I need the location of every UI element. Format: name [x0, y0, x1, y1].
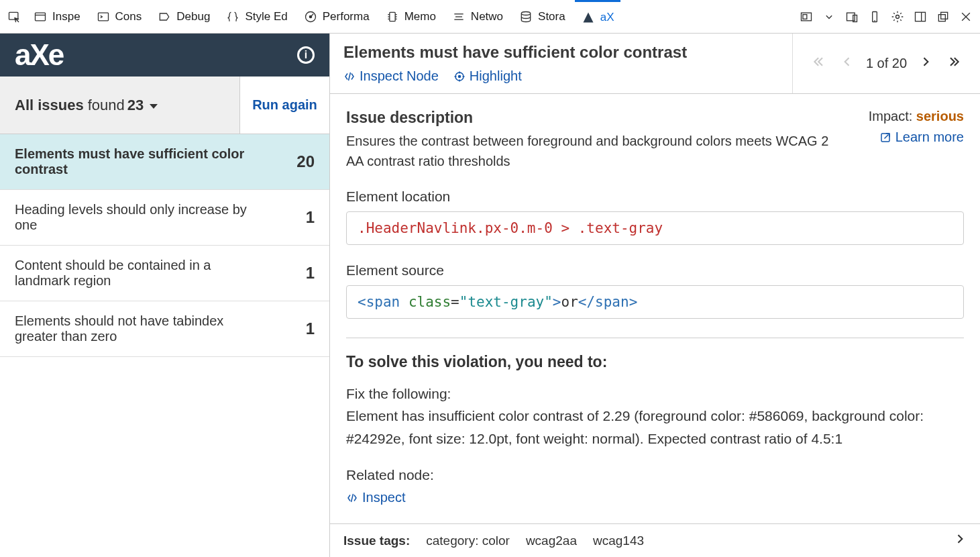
- tab-inspector[interactable]: Inspe: [27, 0, 87, 33]
- related-inspect-link[interactable]: Inspect: [346, 490, 405, 505]
- issue-count: 1: [306, 264, 315, 283]
- issue-item[interactable]: Elements must have sufficient color cont…: [0, 134, 329, 190]
- caret-down-icon: [149, 97, 158, 114]
- svg-rect-7: [389, 12, 394, 21]
- issue-item[interactable]: Content should be contained in a landmar…: [0, 246, 329, 301]
- responsive-icon[interactable]: [842, 7, 862, 27]
- tab-memory[interactable]: Memo: [379, 0, 443, 33]
- svg-point-17: [521, 11, 530, 15]
- all-issues-count: 23: [127, 97, 144, 114]
- tab-performance[interactable]: Performa: [297, 0, 376, 33]
- tab-label: Cons: [115, 10, 142, 23]
- pager-first[interactable]: [810, 52, 828, 74]
- issue-item[interactable]: Elements should not have tabindex greate…: [0, 301, 329, 357]
- issue-label: Elements must have sufficient color cont…: [15, 146, 270, 177]
- issue-label: Content should be contained in a landmar…: [15, 258, 270, 289]
- inspect-node-link[interactable]: Inspect Node: [343, 68, 439, 84]
- pager-text: 1 of 20: [866, 56, 907, 71]
- issue-list: Elements must have sufficient color cont…: [0, 134, 329, 557]
- all-issues-label: All issues: [15, 97, 84, 114]
- learn-more-label: Learn more: [895, 130, 964, 145]
- tab-style-editor[interactable]: Style Ed: [219, 0, 294, 33]
- tab-label: Inspe: [52, 10, 80, 23]
- tab-label: Netwo: [471, 10, 503, 23]
- chevron-down-icon[interactable]: [819, 7, 839, 27]
- related-inspect-label: Inspect: [362, 490, 405, 505]
- fix-text: Element has insufficient color contrast …: [346, 405, 964, 450]
- learn-more-link[interactable]: Learn more: [879, 130, 964, 145]
- tab-label: Memo: [404, 10, 436, 23]
- tags-expand-icon[interactable]: [953, 532, 967, 549]
- axe-header: aXe i: [0, 34, 329, 77]
- element-location-code[interactable]: .HeaderNavlink.px-0.m-0 > .text-gray: [346, 211, 964, 245]
- svg-rect-1: [36, 13, 46, 21]
- svg-rect-25: [916, 12, 926, 21]
- tab-debugger[interactable]: Debug: [151, 0, 217, 33]
- svg-rect-19: [803, 14, 807, 19]
- close-icon[interactable]: [956, 7, 976, 27]
- run-again-label: Run again: [252, 97, 317, 113]
- svg-point-24: [896, 15, 900, 18]
- svg-rect-3: [98, 13, 108, 21]
- tab-console[interactable]: Cons: [90, 0, 149, 33]
- tag: wcag2aa: [526, 534, 577, 548]
- issue-count: 20: [296, 152, 315, 171]
- inspect-node-label: Inspect Node: [360, 68, 439, 84]
- element-location-value: .HeaderNavlink.px-0.m-0 > .text-gray: [358, 220, 663, 236]
- pager-prev[interactable]: [838, 52, 857, 74]
- fix-heading: Fix the following:: [346, 386, 964, 402]
- info-icon[interactable]: i: [297, 46, 315, 64]
- highlight-label: Highlight: [470, 68, 522, 84]
- pager-next[interactable]: [916, 52, 935, 74]
- issue-pager: 1 of 20: [792, 34, 980, 93]
- settings-icon[interactable]: [887, 7, 908, 27]
- highlight-link[interactable]: Highlight: [453, 68, 522, 84]
- tag: wcag143: [593, 534, 644, 548]
- tab-storage[interactable]: Stora: [512, 0, 572, 33]
- tags-label: Issue tags:: [343, 534, 410, 548]
- tab-label: Style Ed: [245, 10, 287, 23]
- svg-rect-27: [938, 14, 945, 21]
- issue-label: Elements should not have tabindex greate…: [15, 313, 270, 344]
- issue-count: 1: [306, 319, 315, 338]
- issue-item[interactable]: Heading levels should only increase by o…: [0, 190, 329, 246]
- impact-label: Impact:: [869, 109, 913, 123]
- issue-description-text: Ensures the contrast between foreground …: [346, 131, 836, 171]
- tab-label: Performa: [323, 10, 370, 23]
- popout-icon[interactable]: [933, 7, 953, 27]
- axe-logo: aXe: [15, 38, 63, 72]
- related-node-heading: Related node:: [346, 467, 964, 483]
- detail-title: Elements must have sufficient color cont…: [343, 43, 779, 62]
- issue-description-heading: Issue description: [346, 109, 836, 127]
- impact-value: serious: [916, 109, 964, 123]
- dock-side-icon[interactable]: [910, 7, 930, 27]
- devtools-tabbar: Inspe Cons Debug Style Ed Performa Memo …: [0, 0, 980, 34]
- element-source-code[interactable]: <span class="text-gray">or</span>: [346, 285, 964, 319]
- svg-point-32: [458, 74, 461, 78]
- tag: category: color: [426, 534, 510, 548]
- device-icon[interactable]: [865, 7, 885, 27]
- svg-rect-20: [847, 13, 855, 21]
- impact-line: Impact: serious: [869, 109, 964, 124]
- element-location-heading: Element location: [346, 189, 964, 205]
- tab-axe[interactable]: aX: [575, 0, 621, 33]
- issue-label: Heading levels should only increase by o…: [15, 202, 270, 233]
- issue-detail: Elements must have sufficient color cont…: [330, 34, 980, 557]
- axe-sidebar: aXe i All issues found 23 Run again Elem…: [0, 34, 330, 557]
- solve-heading: To solve this violation, you need to:: [346, 353, 964, 371]
- svg-rect-28: [941, 12, 948, 19]
- element-source-heading: Element source: [346, 262, 964, 278]
- pager-last[interactable]: [944, 52, 963, 74]
- issue-count: 1: [306, 208, 315, 227]
- iframe-picker-icon[interactable]: [796, 7, 816, 27]
- tab-label: Debug: [176, 10, 210, 23]
- run-again-button[interactable]: Run again: [239, 77, 329, 134]
- tab-label: Stora: [538, 10, 565, 23]
- divider: [346, 338, 964, 338]
- tab-network[interactable]: Netwo: [445, 0, 510, 33]
- all-issues-filter[interactable]: All issues found 23: [0, 77, 239, 134]
- issue-tags-bar: Issue tags: category: color wcag2aa wcag…: [330, 523, 980, 557]
- all-issues-found: found: [88, 97, 125, 114]
- picker-icon[interactable]: [4, 7, 24, 27]
- tab-label: aX: [600, 11, 614, 24]
